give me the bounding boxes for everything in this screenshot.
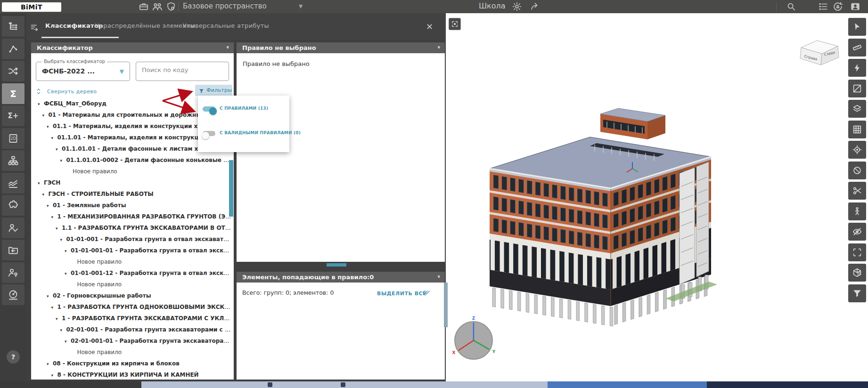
tree-node[interactable]: ▾01.1.01.01-0002 - Детали фасонные коньк… xyxy=(31,154,231,166)
shield-account-icon[interactable] xyxy=(166,1,176,12)
gauge-tool-button[interactable] xyxy=(2,284,25,305)
tree-caret-icon[interactable]: ▾ xyxy=(42,110,49,121)
search-icon[interactable] xyxy=(786,1,796,12)
viewport-3d[interactable]: Справа Сзади Z X Y xyxy=(445,13,868,381)
tree-caret-icon[interactable]: ▾ xyxy=(42,189,49,200)
workspace-caret-icon[interactable]: ▼ xyxy=(299,3,303,9)
tree-node[interactable]: ▾02 - Горновскрышные работы xyxy=(31,290,231,301)
tree-node[interactable]: ▾1.1 - РАЗРАБОТКА ГРУНТА ЭКСКАВАТОРАМИ В… xyxy=(31,222,231,234)
tree-caret-icon[interactable]: ▾ xyxy=(65,268,71,279)
tree-node[interactable]: ▾ГЭСН - СТРОИТЕЛЬНЫЕ РАБОТЫ xyxy=(31,188,231,200)
section-plane-tool-button[interactable] xyxy=(848,80,866,97)
rule-panel-header[interactable]: Правило не выбрано ▾ xyxy=(237,42,445,53)
help-button[interactable]: ? xyxy=(7,350,20,364)
bimit-logo[interactable]: BiMiT xyxy=(2,2,61,12)
sum-tool-button[interactable]: Σ xyxy=(2,83,25,104)
grid-table-tool-button[interactable] xyxy=(848,121,866,138)
circle-off-tool-button[interactable] xyxy=(848,162,866,179)
tree-caret-icon[interactable]: ▾ xyxy=(51,370,57,380)
layers-tool-button[interactable] xyxy=(848,100,866,118)
user-check-tool-button[interactable] xyxy=(2,218,25,238)
tree-node[interactable]: ▾01-01-001-01 - Разработка грунта в отва… xyxy=(31,245,231,256)
org-chart-tool-button[interactable] xyxy=(2,150,25,171)
isolate-filter-tool-button[interactable] xyxy=(848,284,866,302)
plugin-puzzle-tool-button[interactable] xyxy=(2,195,25,216)
tree-node[interactable]: ▾8 - КОНСТРУКЦИИ ИЗ КИРПИЧА И КАМНЕЙ xyxy=(31,369,231,380)
rule-panel-hscrollbar[interactable] xyxy=(327,263,346,267)
walk-mode-tool-button[interactable] xyxy=(848,202,866,220)
elements-panel-scrollbar[interactable] xyxy=(444,283,448,327)
trend-lines-tool-button[interactable] xyxy=(2,173,25,194)
tree-node[interactable]: ▾ГЭСН xyxy=(31,177,231,188)
code-search-input[interactable] xyxy=(142,66,222,73)
notifications-icon[interactable] xyxy=(832,1,843,12)
tree-caret-icon[interactable]: ▾ xyxy=(65,336,71,347)
tree-item-new-rule[interactable]: Новое правило xyxy=(31,347,231,358)
briefcase-icon[interactable] xyxy=(139,1,149,12)
tree-node[interactable]: ▾01 - Земляные работы xyxy=(31,200,231,211)
account-icon[interactable] xyxy=(849,1,861,12)
tree-caret-icon[interactable]: ▾ xyxy=(47,291,53,301)
tree-caret-icon[interactable]: ▾ xyxy=(60,234,66,245)
tree-caret-icon[interactable]: ▾ xyxy=(47,200,53,211)
tree-caret-icon[interactable]: ▾ xyxy=(60,324,66,335)
tree-caret-icon[interactable]: ▾ xyxy=(47,121,53,132)
folder-import-tool-button[interactable] xyxy=(2,240,25,260)
tree-caret-icon[interactable]: ▾ xyxy=(51,132,57,143)
navigation-cube[interactable]: Справа Сзади xyxy=(797,35,842,70)
classifier-panel-header[interactable]: Классификатор ▾ xyxy=(31,42,234,53)
settings-gear-icon[interactable] xyxy=(512,1,522,12)
tree-item-new-rule[interactable]: Новое правило xyxy=(31,256,231,267)
axis-gizmo[interactable]: Z X Y xyxy=(447,314,501,368)
flash-tool-button[interactable] xyxy=(848,59,866,77)
select-cursor-tool-button[interactable] xyxy=(848,18,866,36)
connections-tool-button[interactable] xyxy=(2,39,25,59)
tree-caret-icon[interactable]: ▾ xyxy=(60,155,66,166)
classifier-select[interactable]: Выбрать классификатор ФСНБ-2022 ... ▼ xyxy=(36,62,130,81)
tree-node[interactable]: ▾01-01-001-12 - Разработка грунта в отва… xyxy=(31,267,231,279)
structure-tree-tool-button[interactable] xyxy=(2,16,25,37)
tree-node[interactable]: ▾01-01-001 - Разработка грунта в отвал э… xyxy=(31,234,231,245)
focus-target-tool-button[interactable] xyxy=(848,141,866,159)
measure-ruler-tool-button[interactable] xyxy=(848,39,866,57)
tree-caret-icon[interactable]: ▾ xyxy=(56,223,62,234)
tree-caret-icon[interactable]: ▾ xyxy=(51,211,57,222)
tree-node[interactable]: ▾02-01-001 - Разработка грунта экскавато… xyxy=(31,324,231,335)
list-menu-icon[interactable] xyxy=(818,1,828,12)
workspace-select[interactable]: Базовое пространство xyxy=(183,2,267,10)
tab-unallocated-elements[interactable]: Нераспределённые элементы xyxy=(95,22,196,29)
tree-node[interactable]: ▾1 - РАЗРАБОТКА ГРУНТА ЭКСКАВАТОРАМИ С У… xyxy=(31,313,231,324)
tree-caret-icon[interactable]: ▾ xyxy=(65,245,71,256)
tree-item-new-rule[interactable]: Новое правило xyxy=(31,279,231,290)
shuffle-tool-button[interactable] xyxy=(2,61,25,81)
tree-caret-icon[interactable]: ▾ xyxy=(56,144,62,154)
tree-caret-icon[interactable]: ▾ xyxy=(38,98,44,109)
sheet-2d-tool-button[interactable]: 2D xyxy=(2,128,25,149)
tree-caret-icon[interactable]: ▾ xyxy=(51,302,57,313)
double-check-icon[interactable] xyxy=(422,288,431,296)
user-location-tool-button[interactable] xyxy=(2,262,25,283)
tree-node[interactable]: ▾1 - МЕХАНИЗИРОВАННАЯ РАЗРАБОТКА ГРУНТОВ… xyxy=(31,211,231,222)
section-cut-tool-button[interactable] xyxy=(848,182,866,200)
select-region-tool-button[interactable] xyxy=(848,243,866,261)
collapse-panel-icon[interactable] xyxy=(30,23,39,32)
filters-button[interactable]: Фильтры xyxy=(195,85,232,96)
tab-universal-attributes[interactable]: Универсальные атрибуты xyxy=(183,22,269,29)
tree-node[interactable]: ▾02-01-001-01 - Разработка грунта экскав… xyxy=(31,335,231,347)
tree-caret-icon[interactable]: ▾ xyxy=(38,178,44,188)
elements-panel-header[interactable]: Элементы, попадающие в правило:0 ▾ xyxy=(237,272,445,283)
hide-eye-tool-button[interactable] xyxy=(848,223,866,241)
team-icon[interactable] xyxy=(152,1,163,12)
close-icon[interactable]: ✕ xyxy=(426,22,433,32)
sum-plus-tool-button[interactable]: Σ+ xyxy=(2,105,25,126)
tree-node[interactable]: ▾1 - РАЗРАБОТКА ГРУНТА ОДНОКОВШОВЫМИ ЭКС… xyxy=(31,301,231,313)
share-icon[interactable] xyxy=(530,1,540,12)
tree-node[interactable]: ▾08 - Конструкции из кирпича и блоков xyxy=(31,358,231,369)
viewport-capture-button[interactable] xyxy=(449,18,461,30)
tree-item-new-rule[interactable]: Новое правило xyxy=(31,166,231,177)
shaded-cube-tool-button[interactable] xyxy=(848,264,866,282)
tree-scrollbar[interactable] xyxy=(229,160,233,217)
tree-caret-icon[interactable]: ▾ xyxy=(56,313,62,324)
tree-caret-icon[interactable]: ▾ xyxy=(47,358,53,369)
select-all-link[interactable]: ВЫДЕЛИТЬ ВСЁ xyxy=(377,291,426,297)
